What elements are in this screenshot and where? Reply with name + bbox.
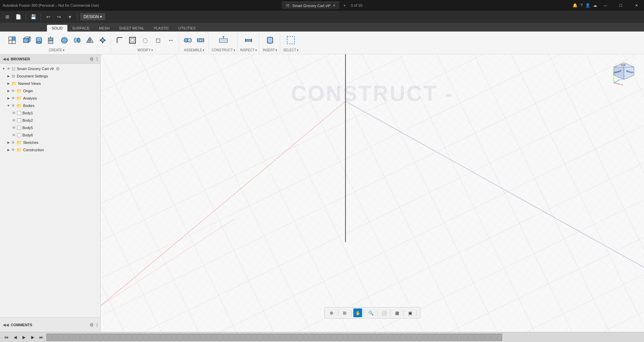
- timeline-marker[interactable]: [485, 334, 491, 341]
- root-settings-icon[interactable]: ⚙: [56, 66, 60, 71]
- help-icon[interactable]: ?: [580, 3, 583, 8]
- grid-snap-button[interactable]: ⊞: [340, 308, 349, 317]
- timeline-marker[interactable]: [143, 334, 149, 341]
- timeline-start-button[interactable]: ⏮: [3, 334, 10, 341]
- timeline-marker[interactable]: [348, 334, 354, 341]
- construction-visibility-icon[interactable]: 👁: [11, 148, 15, 152]
- timeline-marker[interactable]: [497, 334, 502, 341]
- cloud-icon[interactable]: ☁: [593, 3, 597, 8]
- timeline-marker[interactable]: [229, 334, 234, 341]
- timeline-marker[interactable]: [383, 334, 388, 341]
- tree-sketches[interactable]: ▶ 👁 📁 Sketches: [0, 139, 100, 146]
- minimize-button[interactable]: —: [598, 0, 613, 11]
- timeline-marker[interactable]: [343, 334, 348, 341]
- comments-settings-icon[interactable]: ⚙: [90, 322, 94, 328]
- create-group-label[interactable]: CREATE ▾: [49, 48, 65, 53]
- timeline-marker[interactable]: [115, 334, 120, 341]
- cylinder-button[interactable]: [33, 34, 45, 46]
- body2-checkbox[interactable]: [17, 118, 21, 122]
- timeline-marker[interactable]: [274, 334, 280, 341]
- timeline-marker[interactable]: [212, 334, 217, 341]
- inspect-group-label[interactable]: INSPECT ▾: [240, 48, 257, 53]
- timeline-marker[interactable]: [423, 334, 428, 341]
- view-box-button[interactable]: ⬜: [380, 308, 388, 317]
- timeline-marker[interactable]: [445, 334, 451, 341]
- sketches-visibility-icon[interactable]: 👁: [11, 140, 15, 145]
- timeline-marker[interactable]: [457, 334, 462, 341]
- pan-button[interactable]: ✋: [354, 308, 362, 317]
- tree-body5[interactable]: 👁 Body5: [0, 124, 100, 131]
- tab-solid[interactable]: SOLID: [47, 25, 67, 32]
- timeline-marker[interactable]: [440, 334, 445, 341]
- snap-button[interactable]: ⊕: [327, 308, 336, 317]
- measure-button[interactable]: [243, 34, 255, 46]
- fillet-button[interactable]: [114, 34, 126, 46]
- timeline-marker[interactable]: [366, 334, 371, 341]
- combine-button[interactable]: ◻: [152, 34, 164, 46]
- timeline-marker[interactable]: [309, 334, 314, 341]
- timeline-marker[interactable]: [252, 334, 257, 341]
- timeline-marker[interactable]: [491, 334, 496, 341]
- timeline-marker[interactable]: [234, 334, 240, 341]
- user-icon[interactable]: 👤: [585, 3, 590, 8]
- select-button[interactable]: [285, 34, 297, 46]
- timeline-marker[interactable]: [149, 334, 154, 341]
- timeline-marker[interactable]: [394, 334, 399, 341]
- timeline-marker[interactable]: [138, 334, 143, 341]
- timeline-marker[interactable]: [183, 334, 189, 341]
- timeline-marker[interactable]: [331, 334, 337, 341]
- tree-root[interactable]: ▼ 👁 ⊡ Smart Grocery Cart v9 ⚙: [0, 65, 100, 72]
- timeline-marker[interactable]: [320, 334, 325, 341]
- undo-arrow-button[interactable]: ▾: [65, 12, 74, 21]
- body1-visibility-icon[interactable]: 👁: [12, 111, 16, 115]
- timeline-marker[interactable]: [52, 334, 57, 341]
- timeline-marker[interactable]: [280, 334, 285, 341]
- timeline-marker[interactable]: [269, 334, 274, 341]
- origin-arrow[interactable]: ▶: [6, 89, 11, 93]
- tree-named-views[interactable]: ▶ 📁 Named Views: [0, 80, 100, 87]
- timeline-marker[interactable]: [172, 334, 177, 341]
- tree-body6[interactable]: 👁 Body6: [0, 131, 100, 139]
- browser-settings-icon[interactable]: ⚙: [90, 56, 94, 62]
- zoom-button[interactable]: 🔍: [367, 308, 375, 317]
- box-button[interactable]: [20, 34, 32, 46]
- timeline-marker[interactable]: [326, 334, 331, 341]
- timeline-marker[interactable]: [98, 334, 103, 341]
- timeline-marker[interactable]: [417, 334, 422, 341]
- as-built-joint-button[interactable]: [195, 34, 207, 46]
- timeline-marker[interactable]: [297, 334, 303, 341]
- new-tab-button[interactable]: +: [339, 2, 350, 9]
- timeline-marker[interactable]: [263, 334, 268, 341]
- tab-surface[interactable]: SURFACE: [67, 25, 94, 32]
- file-menu-button[interactable]: 📄: [13, 12, 23, 21]
- body5-visibility-icon[interactable]: 👁: [12, 126, 16, 130]
- timeline-marker[interactable]: [75, 334, 80, 341]
- timeline-marker[interactable]: [480, 334, 485, 341]
- offset-plane-button[interactable]: [217, 34, 229, 46]
- maximize-button[interactable]: ☐: [613, 0, 629, 11]
- timeline-marker[interactable]: [189, 334, 194, 341]
- new-component-button[interactable]: [5, 33, 19, 48]
- pipe-button[interactable]: [71, 34, 83, 46]
- timeline-marker[interactable]: [354, 334, 360, 341]
- timeline-marker[interactable]: [120, 334, 126, 341]
- browser-pin-icon[interactable]: |: [97, 57, 98, 61]
- timeline-marker[interactable]: [474, 334, 479, 341]
- timeline-marker[interactable]: [240, 334, 246, 341]
- close-icon[interactable]: ✕: [333, 4, 335, 7]
- timeline-marker[interactable]: [377, 334, 382, 341]
- shell-button[interactable]: [126, 34, 139, 46]
- timeline-marker[interactable]: [46, 334, 52, 341]
- timeline-marker[interactable]: [223, 334, 228, 341]
- comments-pin-icon[interactable]: |: [97, 323, 98, 327]
- body6-visibility-icon[interactable]: 👁: [12, 133, 16, 137]
- timeline-marker[interactable]: [388, 334, 394, 341]
- close-button[interactable]: ✕: [629, 0, 644, 11]
- timeline-marker[interactable]: [155, 334, 160, 341]
- timeline-marker[interactable]: [126, 334, 131, 341]
- tree-body2[interactable]: 👁 Body2: [0, 117, 100, 124]
- mirror-button[interactable]: [84, 34, 96, 46]
- timeline-marker[interactable]: [86, 334, 92, 341]
- root-visibility-icon[interactable]: 👁: [7, 67, 10, 71]
- timeline-marker[interactable]: [257, 334, 263, 341]
